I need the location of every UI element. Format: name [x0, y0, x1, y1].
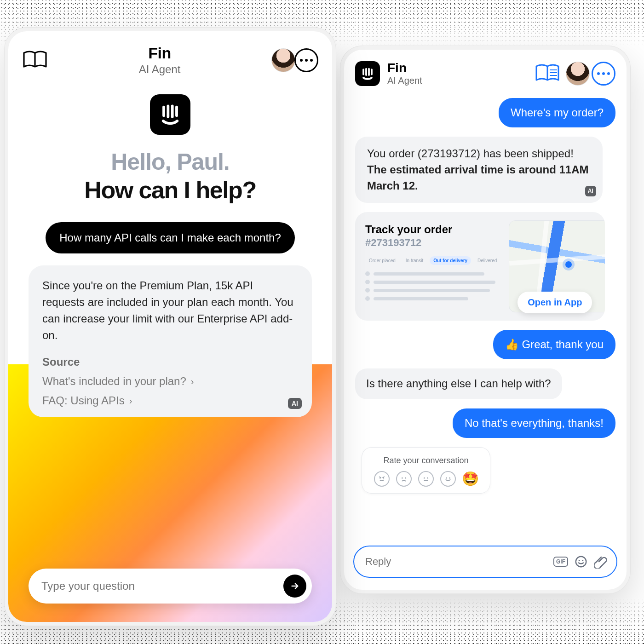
track-title: Track your order: [365, 223, 500, 236]
chevron-right-icon: ›: [191, 376, 194, 387]
agent-role: AI Agent: [387, 75, 422, 86]
svg-point-7: [446, 477, 447, 479]
svg-point-11: [582, 560, 583, 561]
rating-title: Rate your conversation: [374, 456, 478, 466]
send-button[interactable]: [283, 575, 306, 598]
svg-point-10: [579, 560, 580, 561]
user-avatar[interactable]: [566, 62, 590, 86]
rating-angry-icon[interactable]: [374, 471, 390, 487]
question-input[interactable]: [41, 580, 283, 592]
welcome-hero: Hello, Paul. How can I help?: [8, 80, 332, 208]
track-step: Order placed: [365, 256, 399, 265]
help-articles-icon[interactable]: [535, 63, 560, 84]
agent-name: Fin: [387, 61, 422, 75]
welcome-header: Fin AI Agent: [8, 31, 332, 80]
prompt-text: How can I help?: [22, 176, 318, 204]
emoji-icon[interactable]: [574, 555, 588, 569]
rating-card: Rate your conversation 🤩: [362, 447, 490, 494]
agent-role: AI Agent: [139, 63, 181, 76]
svg-point-8: [449, 477, 450, 479]
greeting-text: Hello, Paul.: [22, 149, 318, 175]
chat-header: Fin AI Agent: [344, 50, 627, 90]
ai-message: Is there anything else I can help with?: [355, 368, 562, 399]
track-step-active: Out for delivery: [430, 256, 471, 265]
track-step: Delivered: [474, 256, 500, 265]
ai-badge: AI: [585, 186, 596, 196]
svg-point-6: [427, 477, 428, 479]
attachment-icon[interactable]: [594, 555, 608, 569]
svg-point-9: [576, 557, 586, 567]
order-tracking-card[interactable]: Track your order #273193712 Order placed…: [355, 212, 605, 321]
agent-name: Fin: [139, 44, 181, 62]
source-link-text: What's included in your plan?: [42, 375, 186, 388]
help-articles-icon[interactable]: [22, 50, 48, 70]
ai-badge: AI: [288, 398, 302, 409]
user-message: How many API calls can I make each month…: [46, 222, 295, 253]
ai-answer-text: Since you're on the Premium Plan, 15k AP…: [42, 277, 298, 344]
rating-neutral-icon[interactable]: [418, 471, 434, 487]
source-label: Source: [42, 356, 298, 368]
svg-point-4: [405, 477, 406, 479]
arrow-right-icon: [290, 581, 300, 591]
svg-point-5: [424, 477, 425, 479]
more-options-icon[interactable]: [592, 62, 615, 86]
source-link[interactable]: FAQ: Using APIs ›: [42, 394, 298, 407]
chevron-right-icon: ›: [129, 396, 132, 406]
track-steps: Order placed In transit Out for delivery…: [365, 256, 500, 265]
intercom-logo-icon: [150, 94, 190, 135]
ai-message-text: You order (273193712) has been shipped!: [367, 147, 574, 160]
user-avatar[interactable]: [271, 48, 295, 72]
open-in-app-button[interactable]: Open in App: [518, 292, 592, 313]
gif-icon[interactable]: GIF: [554, 555, 568, 569]
reply-input[interactable]: [365, 556, 547, 568]
map-pin-icon: [565, 261, 572, 268]
more-options-icon[interactable]: [294, 48, 318, 72]
ai-answer-card: Since you're on the Premium Plan, 15k AP…: [29, 265, 312, 417]
ai-message: You order (273193712) has been shipped! …: [355, 137, 603, 203]
question-input-container[interactable]: [29, 569, 312, 604]
reply-input-container[interactable]: GIF: [353, 546, 617, 578]
user-message: No that's everything, thanks!: [453, 408, 615, 438]
chat-conversation-screen: Fin AI Agent Where's my order? You order…: [340, 46, 630, 593]
rating-sad-icon[interactable]: [396, 471, 412, 487]
ai-message-emphasis: The estimated arrival time is around 11A…: [367, 163, 589, 192]
source-link[interactable]: What's included in your plan? ›: [42, 375, 298, 388]
user-message: 👍 Great, thank you: [493, 330, 615, 359]
intercom-logo-icon: [355, 61, 380, 86]
rating-amazing-icon[interactable]: 🤩: [462, 471, 478, 487]
track-order-number: #273193712: [365, 237, 500, 249]
rating-happy-icon[interactable]: [440, 471, 456, 487]
svg-point-3: [402, 477, 403, 479]
chat-welcome-screen: Fin AI Agent Hello, Paul. How can I help…: [5, 28, 336, 626]
track-step: In transit: [402, 256, 427, 265]
track-progress: [365, 271, 500, 301]
user-message: Where's my order?: [499, 98, 615, 127]
source-link-text: FAQ: Using APIs: [42, 394, 125, 407]
